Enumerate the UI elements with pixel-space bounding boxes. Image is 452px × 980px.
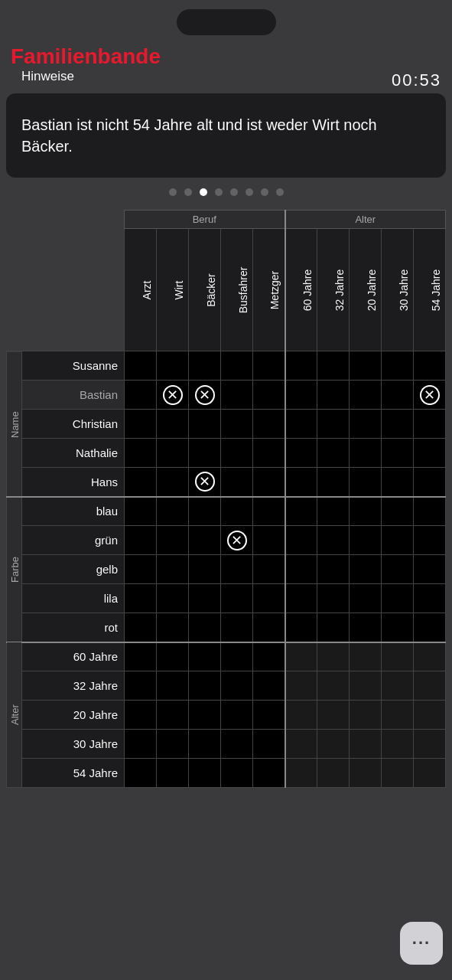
cell-nathalie-metzger[interactable] — [253, 439, 285, 468]
cell-lila-wirt[interactable] — [157, 584, 189, 613]
cell-susanne-60[interactable] — [285, 351, 317, 381]
cell-gelb-30[interactable] — [382, 555, 414, 584]
cell-susanne-54[interactable] — [414, 351, 446, 381]
cell-alter54-wirt[interactable] — [157, 759, 189, 788]
cell-christian-54[interactable] — [414, 410, 446, 439]
cell-bastian-busfahrer[interactable] — [221, 381, 253, 410]
cell-rot-20[interactable] — [350, 613, 382, 642]
cell-alter60-arzt[interactable] — [125, 642, 157, 671]
cell-gelb-wirt[interactable] — [157, 555, 189, 584]
cell-rot-baecker[interactable] — [189, 613, 221, 642]
cell-nathalie-60[interactable] — [285, 439, 317, 468]
cell-gruen-baecker[interactable] — [189, 526, 221, 555]
cell-gruen-metzger[interactable] — [253, 526, 285, 555]
cell-rot-wirt[interactable] — [157, 613, 189, 642]
cell-lila-20[interactable] — [350, 584, 382, 613]
cell-alter20-metzger[interactable] — [253, 701, 285, 730]
cell-susanne-arzt[interactable] — [125, 351, 157, 381]
cell-lila-arzt[interactable] — [125, 584, 157, 613]
dot-5[interactable] — [230, 188, 238, 196]
cell-blau-busfahrer[interactable] — [221, 497, 253, 526]
cell-gruen-30[interactable] — [382, 526, 414, 555]
cell-nathalie-baecker[interactable] — [189, 439, 221, 468]
cell-gruen-60[interactable] — [285, 526, 317, 555]
cell-alter30-baecker[interactable] — [189, 730, 221, 759]
cell-bastian-wirt[interactable]: ✕ — [157, 381, 189, 410]
dot-8[interactable] — [276, 188, 284, 196]
cell-susanne-30[interactable] — [382, 351, 414, 381]
cell-alter32-metzger[interactable] — [253, 671, 285, 701]
cell-hans-metzger[interactable] — [253, 468, 285, 497]
cell-blau-32[interactable] — [317, 497, 350, 526]
cell-alter60-metzger[interactable] — [253, 642, 285, 671]
cell-lila-busfahrer[interactable] — [221, 584, 253, 613]
cell-rot-arzt[interactable] — [125, 613, 157, 642]
cell-blau-30[interactable] — [382, 497, 414, 526]
hint-card[interactable]: Bastian ist nicht 54 Jahre alt und ist w… — [6, 93, 446, 178]
cell-susanne-busfahrer[interactable] — [221, 351, 253, 381]
cell-nathalie-30[interactable] — [382, 439, 414, 468]
cell-bastian-metzger[interactable] — [253, 381, 285, 410]
cell-gelb-20[interactable] — [350, 555, 382, 584]
cell-hans-arzt[interactable] — [125, 468, 157, 497]
dot-3[interactable] — [200, 188, 207, 196]
cell-hans-54[interactable] — [414, 468, 446, 497]
cell-lila-metzger[interactable] — [253, 584, 285, 613]
cell-nathalie-20[interactable] — [350, 439, 382, 468]
cell-gelb-54[interactable] — [414, 555, 446, 584]
dot-2[interactable] — [184, 188, 192, 196]
cell-alter20-baecker[interactable] — [189, 701, 221, 730]
cell-alter32-baecker[interactable] — [189, 671, 221, 701]
cell-gruen-arzt[interactable] — [125, 526, 157, 555]
cell-gruen-54[interactable] — [414, 526, 446, 555]
dot-4[interactable] — [215, 188, 223, 196]
cell-nathalie-wirt[interactable] — [157, 439, 189, 468]
cell-bastian-arzt[interactable] — [125, 381, 157, 410]
cell-hans-30[interactable] — [382, 468, 414, 497]
cell-christian-wirt[interactable] — [157, 410, 189, 439]
cell-susanne-wirt[interactable] — [157, 351, 189, 381]
dot-7[interactable] — [261, 188, 268, 196]
cell-rot-54[interactable] — [414, 613, 446, 642]
cell-lila-54[interactable] — [414, 584, 446, 613]
cell-gruen-32[interactable] — [317, 526, 350, 555]
cell-rot-busfahrer[interactable] — [221, 613, 253, 642]
cell-susanne-baecker[interactable] — [189, 351, 221, 381]
cell-alter60-busfahrer[interactable] — [221, 642, 253, 671]
cell-alter30-metzger[interactable] — [253, 730, 285, 759]
cell-nathalie-54[interactable] — [414, 439, 446, 468]
cell-christian-baecker[interactable] — [189, 410, 221, 439]
cell-gelb-arzt[interactable] — [125, 555, 157, 584]
cell-blau-60[interactable] — [285, 497, 317, 526]
cell-rot-metzger[interactable] — [253, 613, 285, 642]
cell-alter60-baecker[interactable] — [189, 642, 221, 671]
cell-hans-busfahrer[interactable] — [221, 468, 253, 497]
cell-christian-60[interactable] — [285, 410, 317, 439]
cell-rot-30[interactable] — [382, 613, 414, 642]
cell-gelb-baecker[interactable] — [189, 555, 221, 584]
cell-lila-baecker[interactable] — [189, 584, 221, 613]
cell-christian-busfahrer[interactable] — [221, 410, 253, 439]
cell-alter54-baecker[interactable] — [189, 759, 221, 788]
cell-hans-32[interactable] — [317, 468, 350, 497]
cell-hans-20[interactable] — [350, 468, 382, 497]
cell-alter20-arzt[interactable] — [125, 701, 157, 730]
cell-christian-arzt[interactable] — [125, 410, 157, 439]
cell-susanne-32[interactable] — [317, 351, 350, 381]
cell-bastian-20[interactable] — [350, 381, 382, 410]
cell-alter32-arzt[interactable] — [125, 671, 157, 701]
cell-lila-30[interactable] — [382, 584, 414, 613]
cell-christian-20[interactable] — [350, 410, 382, 439]
cell-alter32-busfahrer[interactable] — [221, 671, 253, 701]
cell-blau-baecker[interactable] — [189, 497, 221, 526]
cell-alter32-wirt[interactable] — [157, 671, 189, 701]
cell-christian-30[interactable] — [382, 410, 414, 439]
cell-susanne-metzger[interactable] — [253, 351, 285, 381]
cell-gelb-metzger[interactable] — [253, 555, 285, 584]
cell-alter20-wirt[interactable] — [157, 701, 189, 730]
cell-lila-60[interactable] — [285, 584, 317, 613]
cell-alter30-busfahrer[interactable] — [221, 730, 253, 759]
cell-gruen-20[interactable] — [350, 526, 382, 555]
cell-rot-60[interactable] — [285, 613, 317, 642]
cell-bastian-baecker[interactable]: ✕ — [189, 381, 221, 410]
